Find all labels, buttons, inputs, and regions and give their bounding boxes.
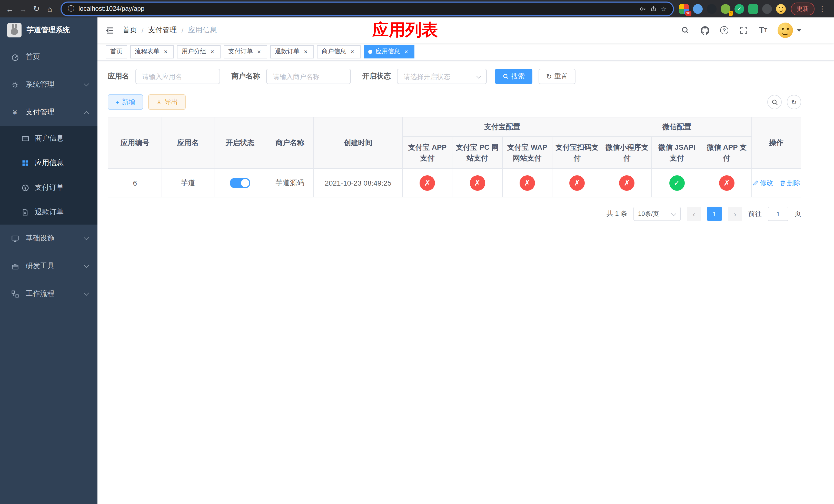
sidebar-item-home[interactable]: 首页: [0, 43, 97, 71]
tab-refund-order[interactable]: 退款订单×: [270, 45, 314, 58]
status-label: 开启状态: [362, 72, 391, 81]
sidebar-item-refund-order[interactable]: 退款订单: [0, 200, 97, 225]
alipay-qr-cell: ✗: [552, 168, 602, 197]
tab-user-group[interactable]: 用户分组×: [177, 45, 221, 58]
tab-home[interactable]: 首页: [106, 45, 127, 58]
sidebar-item-payment[interactable]: ¥ 支付管理: [0, 98, 97, 126]
browser-menu-icon[interactable]: ⋮: [818, 5, 827, 13]
pay-status-cross-icon: ✗: [520, 175, 535, 190]
browser-profile-avatar[interactable]: [776, 4, 786, 14]
breadcrumb-payment[interactable]: 支付管理: [148, 26, 177, 35]
status-select-input[interactable]: [397, 69, 487, 84]
font-size-icon[interactable]: TT: [758, 25, 768, 36]
tab-process-form[interactable]: 流程表单×: [130, 45, 174, 58]
app-name-input[interactable]: [135, 69, 220, 84]
url-bar[interactable]: ⓘ localhost:1024/pay/app ☆: [62, 2, 673, 15]
close-icon[interactable]: ×: [209, 48, 216, 55]
user-avatar[interactable]: [777, 23, 793, 38]
sidebar-collapse-icon[interactable]: [106, 26, 114, 35]
edit-button[interactable]: 修改: [752, 178, 773, 187]
sidebar-item-label: 支付订单: [35, 183, 64, 192]
chevron-down-icon: [671, 211, 676, 216]
reload-icon[interactable]: ↻: [30, 2, 43, 15]
total-count: 共 1 条: [607, 209, 627, 219]
chevron-down-icon: [84, 235, 89, 240]
sidebar-item-devtools[interactable]: 研发工具: [0, 252, 97, 280]
extensions-area: 10 1 ✓: [679, 4, 786, 14]
extension-avatar-icon[interactable]: 1: [721, 4, 730, 14]
sidebar-item-infra[interactable]: 基础设施: [0, 225, 97, 252]
status-select[interactable]: [397, 69, 487, 84]
password-key-icon[interactable]: [640, 5, 646, 12]
page-content: 应用名 商户名称 开启状态 搜索 ↻: [97, 61, 834, 504]
breadcrumb: 首页 / 支付管理 / 应用信息: [123, 26, 217, 35]
sidebar-menu: 首页 系统管理 ¥ 支付管理: [0, 43, 97, 504]
share-icon[interactable]: [651, 6, 657, 12]
page-size-select[interactable]: 10条/页: [633, 207, 681, 221]
close-icon[interactable]: ×: [349, 48, 356, 55]
enable-toggle[interactable]: [230, 178, 250, 188]
sidebar-item-merchant-info[interactable]: 商户信息: [0, 126, 97, 151]
breadcrumb-current: 应用信息: [188, 26, 217, 35]
forward-icon[interactable]: →: [16, 2, 30, 15]
close-icon[interactable]: ×: [302, 48, 309, 55]
site-info-icon[interactable]: ⓘ: [68, 4, 74, 13]
bookmark-star-icon[interactable]: ☆: [661, 5, 667, 13]
extension-check-icon[interactable]: ✓: [734, 4, 744, 14]
sidebar-item-pay-order[interactable]: 支付订单: [0, 175, 97, 200]
page-number-button[interactable]: 1: [707, 207, 722, 221]
extension-puzzle-icon[interactable]: [762, 4, 772, 14]
browser-update-button[interactable]: 更新: [791, 2, 814, 15]
close-icon[interactable]: ×: [403, 48, 410, 55]
add-button[interactable]: + 新增: [108, 94, 143, 110]
refresh-table-button[interactable]: ↻: [787, 95, 801, 109]
tab-label: 商户信息: [322, 47, 346, 56]
extension-grid-icon[interactable]: 10: [679, 4, 689, 14]
chevron-down-icon: [84, 81, 89, 86]
close-icon[interactable]: ×: [162, 48, 169, 55]
search-icon[interactable]: [680, 25, 690, 36]
url-text[interactable]: localhost:1024/pay/app: [79, 5, 636, 12]
active-tab-dot: [368, 49, 372, 53]
help-icon[interactable]: ?: [719, 25, 729, 36]
app-table: 应用编号 应用名 开启状态 商户名称 创建时间 支付宝配置 微信配置 操作 支付…: [108, 117, 801, 198]
goto-page-input[interactable]: [768, 207, 788, 221]
reset-button[interactable]: ↻ 重置: [539, 69, 575, 84]
extension-drop-icon[interactable]: [693, 4, 703, 14]
reload-icon: ↻: [546, 72, 552, 80]
status-cell: [214, 168, 266, 197]
tab-pay-order[interactable]: 支付订单×: [224, 45, 267, 58]
sidebar-item-system[interactable]: 系统管理: [0, 71, 97, 98]
prev-page-button[interactable]: ‹: [687, 207, 701, 221]
sidebar-item-workflow[interactable]: 工作流程: [0, 280, 97, 307]
breadcrumb-home[interactable]: 首页: [123, 26, 137, 35]
workflow-icon: [10, 290, 20, 298]
tab-app-info[interactable]: 应用信息×: [364, 45, 414, 58]
avatar-caret-icon[interactable]: [797, 29, 801, 31]
github-icon[interactable]: [700, 25, 710, 36]
extension-github-icon[interactable]: [707, 4, 717, 14]
sidebar-item-app-info[interactable]: 应用信息: [0, 151, 97, 175]
toggle-search-button[interactable]: [767, 95, 782, 109]
top-navbar: 首页 / 支付管理 / 应用信息 应用列表 ?: [97, 18, 834, 43]
next-page-button[interactable]: ›: [728, 207, 742, 221]
back-icon[interactable]: ←: [3, 2, 16, 15]
search-button[interactable]: 搜索: [495, 69, 532, 84]
close-icon[interactable]: ×: [256, 48, 263, 55]
sidebar-item-label: 支付管理: [26, 108, 85, 117]
created-cell: 2021-10-23 08:49:25: [314, 168, 402, 197]
delete-button[interactable]: 删除: [780, 178, 800, 187]
tab-merchant-info[interactable]: 商户信息×: [317, 45, 360, 58]
grid-icon: [21, 159, 30, 167]
browser-home-icon[interactable]: ⌂: [43, 2, 57, 15]
wx-jsapi-cell: ✓: [652, 168, 702, 197]
fullscreen-icon[interactable]: [739, 25, 749, 36]
sidebar-item-label: 基础设施: [26, 234, 85, 243]
toolbox-icon: [10, 262, 20, 270]
merchant-name-input[interactable]: [266, 69, 351, 84]
col-group-wechat: 微信配置: [602, 117, 752, 137]
export-button[interactable]: 导出: [148, 94, 185, 110]
app-logo[interactable]: 芋道管理系统: [0, 18, 97, 43]
plus-icon: +: [115, 98, 119, 106]
extension-chat-icon[interactable]: [748, 4, 758, 14]
